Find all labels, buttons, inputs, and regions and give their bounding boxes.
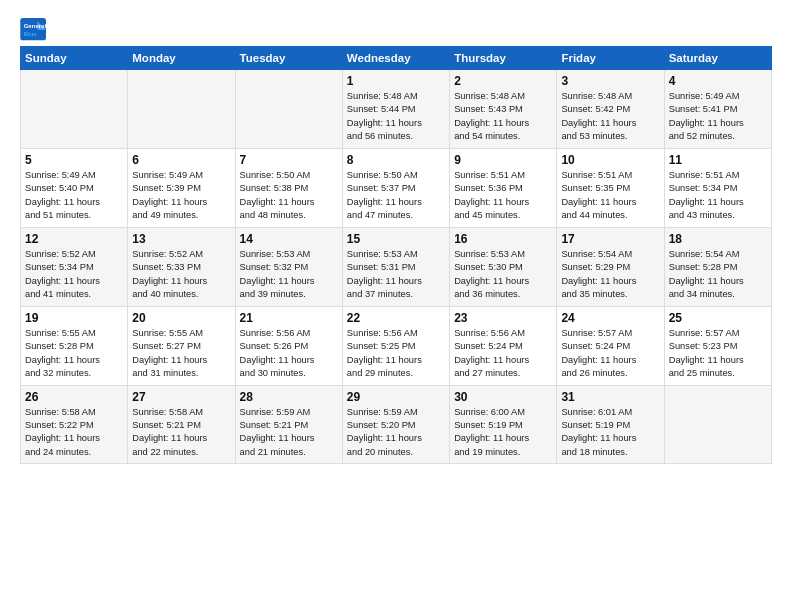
day-info: Sunrise: 5:48 AMSunset: 5:42 PMDaylight:… (561, 90, 659, 144)
calendar-cell: 10Sunrise: 5:51 AMSunset: 5:35 PMDayligh… (557, 148, 664, 227)
day-number: 10 (561, 153, 659, 167)
day-number: 17 (561, 232, 659, 246)
day-number: 2 (454, 74, 552, 88)
calendar-cell: 14Sunrise: 5:53 AMSunset: 5:32 PMDayligh… (235, 227, 342, 306)
day-number: 8 (347, 153, 445, 167)
calendar-cell: 11Sunrise: 5:51 AMSunset: 5:34 PMDayligh… (664, 148, 771, 227)
calendar-cell: 16Sunrise: 5:53 AMSunset: 5:30 PMDayligh… (450, 227, 557, 306)
day-info: Sunrise: 5:49 AMSunset: 5:41 PMDaylight:… (669, 90, 767, 144)
calendar-cell: 17Sunrise: 5:54 AMSunset: 5:29 PMDayligh… (557, 227, 664, 306)
calendar-cell (235, 70, 342, 149)
day-number: 11 (669, 153, 767, 167)
day-number: 14 (240, 232, 338, 246)
day-number: 26 (25, 390, 123, 404)
day-number: 30 (454, 390, 552, 404)
calendar-week-row: 5Sunrise: 5:49 AMSunset: 5:40 PMDaylight… (21, 148, 772, 227)
weekday-header-monday: Monday (128, 47, 235, 70)
calendar-cell: 5Sunrise: 5:49 AMSunset: 5:40 PMDaylight… (21, 148, 128, 227)
day-info: Sunrise: 5:56 AMSunset: 5:24 PMDaylight:… (454, 327, 552, 381)
day-info: Sunrise: 5:57 AMSunset: 5:23 PMDaylight:… (669, 327, 767, 381)
calendar-cell: 4Sunrise: 5:49 AMSunset: 5:41 PMDaylight… (664, 70, 771, 149)
calendar-cell: 8Sunrise: 5:50 AMSunset: 5:37 PMDaylight… (342, 148, 449, 227)
day-info: Sunrise: 5:51 AMSunset: 5:35 PMDaylight:… (561, 169, 659, 223)
logo: General Blue (20, 18, 48, 42)
day-info: Sunrise: 5:50 AMSunset: 5:38 PMDaylight:… (240, 169, 338, 223)
calendar-cell (664, 385, 771, 464)
day-number: 3 (561, 74, 659, 88)
day-info: Sunrise: 5:56 AMSunset: 5:25 PMDaylight:… (347, 327, 445, 381)
weekday-header-friday: Friday (557, 47, 664, 70)
calendar-cell: 30Sunrise: 6:00 AMSunset: 5:19 PMDayligh… (450, 385, 557, 464)
calendar-week-row: 19Sunrise: 5:55 AMSunset: 5:28 PMDayligh… (21, 306, 772, 385)
calendar-cell: 12Sunrise: 5:52 AMSunset: 5:34 PMDayligh… (21, 227, 128, 306)
calendar-cell: 26Sunrise: 5:58 AMSunset: 5:22 PMDayligh… (21, 385, 128, 464)
day-info: Sunrise: 5:54 AMSunset: 5:29 PMDaylight:… (561, 248, 659, 302)
calendar-cell: 25Sunrise: 5:57 AMSunset: 5:23 PMDayligh… (664, 306, 771, 385)
day-info: Sunrise: 5:58 AMSunset: 5:21 PMDaylight:… (132, 406, 230, 460)
day-info: Sunrise: 5:48 AMSunset: 5:43 PMDaylight:… (454, 90, 552, 144)
weekday-header-tuesday: Tuesday (235, 47, 342, 70)
calendar-cell: 3Sunrise: 5:48 AMSunset: 5:42 PMDaylight… (557, 70, 664, 149)
day-info: Sunrise: 5:48 AMSunset: 5:44 PMDaylight:… (347, 90, 445, 144)
day-info: Sunrise: 5:52 AMSunset: 5:33 PMDaylight:… (132, 248, 230, 302)
weekday-header-wednesday: Wednesday (342, 47, 449, 70)
weekday-header-saturday: Saturday (664, 47, 771, 70)
calendar-week-row: 12Sunrise: 5:52 AMSunset: 5:34 PMDayligh… (21, 227, 772, 306)
calendar-cell (21, 70, 128, 149)
day-number: 31 (561, 390, 659, 404)
calendar-cell: 7Sunrise: 5:50 AMSunset: 5:38 PMDaylight… (235, 148, 342, 227)
calendar-cell: 20Sunrise: 5:55 AMSunset: 5:27 PMDayligh… (128, 306, 235, 385)
calendar-cell: 9Sunrise: 5:51 AMSunset: 5:36 PMDaylight… (450, 148, 557, 227)
calendar-cell: 31Sunrise: 6:01 AMSunset: 5:19 PMDayligh… (557, 385, 664, 464)
day-info: Sunrise: 5:55 AMSunset: 5:27 PMDaylight:… (132, 327, 230, 381)
day-number: 24 (561, 311, 659, 325)
calendar-week-row: 1Sunrise: 5:48 AMSunset: 5:44 PMDaylight… (21, 70, 772, 149)
day-number: 16 (454, 232, 552, 246)
day-number: 13 (132, 232, 230, 246)
calendar-cell: 15Sunrise: 5:53 AMSunset: 5:31 PMDayligh… (342, 227, 449, 306)
calendar-cell: 27Sunrise: 5:58 AMSunset: 5:21 PMDayligh… (128, 385, 235, 464)
day-number: 9 (454, 153, 552, 167)
calendar-cell: 22Sunrise: 5:56 AMSunset: 5:25 PMDayligh… (342, 306, 449, 385)
calendar-cell: 6Sunrise: 5:49 AMSunset: 5:39 PMDaylight… (128, 148, 235, 227)
calendar-cell: 13Sunrise: 5:52 AMSunset: 5:33 PMDayligh… (128, 227, 235, 306)
day-info: Sunrise: 5:52 AMSunset: 5:34 PMDaylight:… (25, 248, 123, 302)
day-info: Sunrise: 5:50 AMSunset: 5:37 PMDaylight:… (347, 169, 445, 223)
calendar-table: SundayMondayTuesdayWednesdayThursdayFrid… (20, 46, 772, 464)
day-info: Sunrise: 5:49 AMSunset: 5:40 PMDaylight:… (25, 169, 123, 223)
day-number: 1 (347, 74, 445, 88)
day-info: Sunrise: 5:53 AMSunset: 5:30 PMDaylight:… (454, 248, 552, 302)
day-info: Sunrise: 5:53 AMSunset: 5:31 PMDaylight:… (347, 248, 445, 302)
day-number: 15 (347, 232, 445, 246)
day-info: Sunrise: 5:54 AMSunset: 5:28 PMDaylight:… (669, 248, 767, 302)
calendar-cell (128, 70, 235, 149)
day-number: 6 (132, 153, 230, 167)
weekday-header-row: SundayMondayTuesdayWednesdayThursdayFrid… (21, 47, 772, 70)
day-info: Sunrise: 6:00 AMSunset: 5:19 PMDaylight:… (454, 406, 552, 460)
day-number: 21 (240, 311, 338, 325)
day-number: 25 (669, 311, 767, 325)
day-info: Sunrise: 5:51 AMSunset: 5:36 PMDaylight:… (454, 169, 552, 223)
day-info: Sunrise: 5:58 AMSunset: 5:22 PMDaylight:… (25, 406, 123, 460)
header: General Blue (20, 18, 772, 42)
calendar-cell: 18Sunrise: 5:54 AMSunset: 5:28 PMDayligh… (664, 227, 771, 306)
day-number: 20 (132, 311, 230, 325)
day-info: Sunrise: 5:56 AMSunset: 5:26 PMDaylight:… (240, 327, 338, 381)
day-number: 7 (240, 153, 338, 167)
calendar-cell: 23Sunrise: 5:56 AMSunset: 5:24 PMDayligh… (450, 306, 557, 385)
day-info: Sunrise: 5:59 AMSunset: 5:21 PMDaylight:… (240, 406, 338, 460)
logo-icon: General Blue (20, 18, 48, 42)
day-info: Sunrise: 5:51 AMSunset: 5:34 PMDaylight:… (669, 169, 767, 223)
day-info: Sunrise: 6:01 AMSunset: 5:19 PMDaylight:… (561, 406, 659, 460)
day-number: 12 (25, 232, 123, 246)
calendar-cell: 29Sunrise: 5:59 AMSunset: 5:20 PMDayligh… (342, 385, 449, 464)
day-info: Sunrise: 5:59 AMSunset: 5:20 PMDaylight:… (347, 406, 445, 460)
day-number: 23 (454, 311, 552, 325)
day-number: 5 (25, 153, 123, 167)
calendar-cell: 1Sunrise: 5:48 AMSunset: 5:44 PMDaylight… (342, 70, 449, 149)
weekday-header-sunday: Sunday (21, 47, 128, 70)
day-info: Sunrise: 5:57 AMSunset: 5:24 PMDaylight:… (561, 327, 659, 381)
svg-text:Blue: Blue (24, 31, 38, 37)
calendar-cell: 24Sunrise: 5:57 AMSunset: 5:24 PMDayligh… (557, 306, 664, 385)
svg-text:General: General (24, 23, 47, 29)
